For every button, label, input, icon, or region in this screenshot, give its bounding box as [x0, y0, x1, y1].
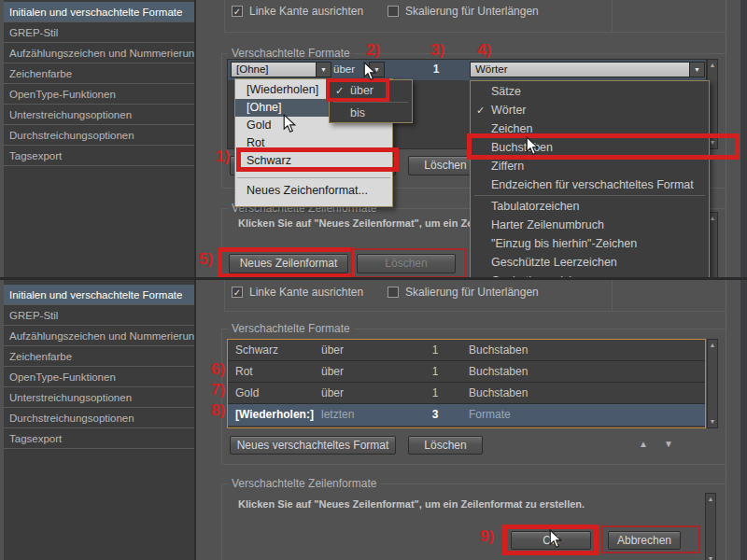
sidebar-item-charcolor[interactable]: Zeichenfarbe — [4, 346, 194, 367]
scroll-up-icon[interactable]: ▲ — [706, 494, 715, 505]
nested-formats-group-title: Verschachtelte Formate — [228, 322, 354, 335]
count-field[interactable]: 1 — [425, 62, 447, 77]
menu-separator — [237, 177, 390, 178]
sidebar-item-grep[interactable]: GREP-Stil — [4, 22, 194, 43]
cell-count: 1 — [424, 383, 446, 404]
sidebar-item-underline[interactable]: Unterstreichungsoptionen — [4, 105, 194, 125]
scale-descenders-checkbox[interactable] — [388, 6, 399, 17]
dialog-panel-bottom: Initialen und verschachtelte Formate GRE… — [0, 280, 747, 560]
menu-item-endzeichen[interactable]: Endzeichen für verschachteltes Format — [471, 175, 709, 194]
menu-item-ziffern[interactable]: Ziffern — [471, 157, 709, 175]
cell-scope: über — [321, 340, 344, 361]
cell-style: [Wiederholen:] — [235, 404, 314, 426]
mouse-cursor-icon — [549, 529, 562, 549]
scroll-up-icon[interactable]: ▲ — [708, 60, 717, 71]
annotation-6: 6) — [211, 360, 225, 379]
annotation-box-new-line-format — [218, 247, 355, 277]
align-left-label: Linke Kante ausrichten — [249, 5, 363, 18]
table-row-wiederholen[interactable]: [Wiederholen:] letzten 3 Formate — [228, 404, 705, 426]
scale-descenders-label: Skalierung für Unterlängen — [405, 286, 539, 299]
mouse-cursor-icon — [526, 136, 539, 156]
chevron-down-icon[interactable]: ▼ — [316, 63, 331, 77]
formats-table-scrollbar[interactable]: ▲ ▼ — [707, 339, 718, 428]
unit-dropdown[interactable]: Wörter ▼ — [470, 62, 705, 77]
check-icon: ✓ — [233, 287, 241, 298]
menu-item-harter-zeilenumbruch[interactable]: Harter Zeilenumbruch — [471, 216, 709, 234]
align-left-checkbox[interactable]: ✓ — [232, 287, 243, 298]
line-format-hint-text: Klicken Sie auf "Neues Zeilenformat", um… — [238, 498, 585, 510]
sidebar-item-bullets[interactable]: Aufzählungszeichen und Nummerierung — [4, 43, 194, 63]
checkbox-group-border — [224, 32, 726, 33]
mouse-cursor-icon — [283, 114, 296, 133]
check-icon: ✓ — [233, 7, 241, 17]
window-edge — [740, 280, 747, 560]
annotation-box-buchstaben — [467, 133, 740, 160]
cell-count: 1 — [424, 340, 446, 361]
annotation-8: 8) — [211, 401, 225, 420]
annotation-box-schwarz — [236, 147, 399, 172]
menu-item-geschuetzte-leerzeichen[interactable]: Geschützte Leerzeichen — [471, 253, 709, 272]
cell-unit: Buchstaben — [469, 361, 528, 383]
window-edge — [740, 0, 747, 277]
menu-item-saetze[interactable]: Sätze — [471, 82, 709, 101]
table-row-schwarz[interactable]: Schwarz über 1 Buchstaben — [228, 340, 705, 361]
sidebar-item-strikethrough[interactable]: Durchstreichungsoptionen — [4, 408, 194, 428]
nested-formats-table: Schwarz über 1 Buchstaben Rot über 1 Buc… — [227, 339, 706, 428]
annotation-box-delete — [350, 248, 467, 277]
cell-scope: über — [321, 383, 344, 404]
menu-separator — [474, 195, 705, 196]
checkbox-group-divider — [612, 0, 613, 32]
scroll-down-icon[interactable]: ▼ — [708, 416, 717, 427]
sidebar-item-tagexport[interactable]: Tagsexport — [4, 428, 194, 449]
sidebar-item-underline[interactable]: Unterstreichungsoptionen — [4, 387, 194, 408]
sidebar: Initialen und verschachtelte Formate GRE… — [4, 0, 196, 277]
table-row-rot[interactable]: Rot über 1 Buchstaben — [228, 361, 705, 383]
annotation-box-ueber — [326, 78, 389, 102]
sidebar-item-opentype[interactable]: OpenType-Funktionen — [4, 84, 194, 105]
sidebar-item-opentype[interactable]: OpenType-Funktionen — [4, 367, 194, 387]
delete-format-button[interactable]: Löschen — [408, 436, 483, 455]
align-left-label: Linke Kante ausrichten — [249, 286, 363, 299]
scroll-up-icon[interactable]: ▲ — [708, 340, 717, 351]
cell-scope: über — [321, 361, 344, 383]
sidebar-item-strikethrough[interactable]: Durchstreichungsoptionen — [4, 125, 194, 146]
scale-descenders-checkbox[interactable] — [388, 287, 399, 298]
line-formats-scrollbar[interactable]: ▲ ▼ — [705, 493, 716, 560]
menu-item-woerter[interactable]: ✓ Wörter — [471, 101, 709, 119]
align-left-checkbox[interactable]: ✓ — [232, 6, 243, 17]
line-format-hint-text: Klicken Sie auf "Neues Zeilenformat", um… — [238, 217, 500, 229]
sidebar-item-grep[interactable]: GREP-Stil — [4, 305, 194, 326]
sidebar-item-bullets[interactable]: Aufzählungszeichen und Nummerierung — [4, 326, 194, 346]
sidebar: Initialen und verschachtelte Formate GRE… — [4, 280, 196, 560]
scope-dropdown-value[interactable]: über — [333, 62, 355, 77]
cell-scope: letzten — [321, 404, 354, 426]
menu-item-new-character-style[interactable]: Neues Zeichenformat... — [235, 182, 392, 200]
menu-item-bis[interactable]: bis — [330, 104, 412, 123]
sidebar-item-initials-nested[interactable]: Initialen und verschachtelte Formate — [4, 2, 194, 22]
cell-style: Schwarz — [235, 340, 278, 361]
sidebar-item-charcolor[interactable]: Zeichenfarbe — [4, 63, 194, 84]
unit-dropdown-menu: Sätze ✓ Wörter Zeichen Buchstaben Ziffer… — [470, 80, 710, 277]
scroll-down-icon[interactable]: ▼ — [706, 553, 715, 560]
sidebar-item-tagexport[interactable]: Tagsexport — [4, 146, 194, 166]
move-down-icon[interactable]: ▼ — [664, 439, 673, 449]
checkbox-group-border-left — [224, 0, 225, 32]
checkbox-group-border — [224, 311, 726, 312]
annotation-3: 3) — [430, 41, 444, 60]
table-row-gold[interactable]: Gold über 1 Buchstaben — [228, 383, 705, 404]
nested-line-formats-group-title: Verschachtelte Zeilenformate — [228, 477, 380, 490]
menu-item-tabulatorzeichen[interactable]: Tabulatorzeichen — [471, 197, 709, 216]
style-dropdown[interactable]: [Ohne] ▼ — [231, 62, 331, 77]
menu-item-einzug-bis-hierhin[interactable]: "Einzug bis hierhin"-Zeichen — [471, 234, 709, 253]
annotation-2: 2) — [366, 41, 380, 60]
cell-count: 3 — [424, 404, 446, 426]
chevron-down-icon[interactable]: ▼ — [689, 63, 704, 77]
scale-descenders-label: Skalierung für Unterlängen — [405, 5, 539, 18]
sidebar-item-initials-nested[interactable]: Initialen und verschachtelte Formate — [4, 285, 194, 305]
annotation-box-cancel — [601, 525, 700, 553]
mouse-cursor-icon — [363, 62, 376, 81]
move-up-icon[interactable]: ▲ — [639, 439, 648, 449]
new-nested-format-button[interactable]: Neues verschachteltes Format — [230, 436, 396, 455]
dialog-panel-top: Initialen und verschachtelte Formate GRE… — [0, 0, 747, 277]
checkbox-group-divider — [612, 280, 613, 311]
